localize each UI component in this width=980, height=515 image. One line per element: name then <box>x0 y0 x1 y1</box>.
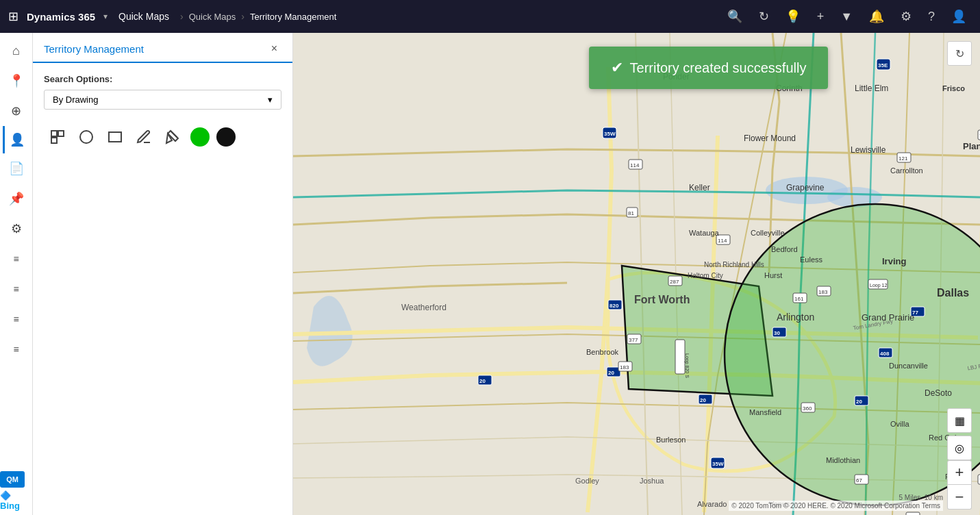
qm-badge: QM <box>0 471 25 488</box>
map-layer-button[interactable]: ▦ <box>947 408 972 433</box>
bing-logo: 🔷 Bing <box>0 490 32 511</box>
svg-text:Plano: Plano <box>963 141 980 151</box>
svg-text:Haltom City: Haltom City <box>688 272 723 279</box>
circle-draw-tool[interactable] <box>75 126 97 148</box>
color-green-picker[interactable] <box>190 127 210 147</box>
brand-name: Dynamics 365 <box>27 11 95 23</box>
svg-text:81: 81 <box>628 210 634 216</box>
toast-check-icon: ✔ <box>611 59 623 77</box>
svg-text:30: 30 <box>774 330 780 336</box>
svg-rect-4 <box>109 132 121 142</box>
svg-text:114: 114 <box>630 162 640 168</box>
svg-text:377: 377 <box>629 337 638 343</box>
svg-text:183: 183 <box>620 364 629 370</box>
rectangle-draw-tool[interactable] <box>104 126 126 148</box>
svg-rect-50 <box>675 340 685 374</box>
svg-text:Godley: Godley <box>575 477 599 485</box>
svg-text:Benbrook: Benbrook <box>586 348 619 356</box>
sidebar-stack1[interactable]: ≡ <box>3 245 30 273</box>
svg-text:Dallas: Dallas <box>937 287 969 299</box>
sidebar-pin[interactable]: 📌 <box>3 185 30 212</box>
svg-text:Grand Prairie: Grand Prairie <box>862 312 914 323</box>
svg-text:Grapevine: Grapevine <box>786 183 825 192</box>
map-attribution: © 2020 TomTom © 2020 HERE. © 2020 Micros… <box>729 501 943 511</box>
map-refresh-button[interactable]: ↻ <box>947 41 972 66</box>
svg-text:121: 121 <box>899 155 908 162</box>
svg-text:Joshua: Joshua <box>640 477 664 485</box>
svg-text:35W: 35W <box>604 131 616 137</box>
panel-body: Search Options: By Drawing ▾ <box>33 63 292 164</box>
svg-text:DeSoto: DeSoto <box>925 388 952 398</box>
bell-icon[interactable]: 🔔 <box>864 6 890 27</box>
svg-text:North Richland Hills: North Richland Hills <box>704 261 764 268</box>
panel-title: Territory Management <box>44 43 144 55</box>
svg-text:Watauga: Watauga <box>689 229 720 237</box>
pen-draw-tool[interactable] <box>133 126 155 148</box>
svg-text:287: 287 <box>670 279 679 285</box>
svg-text:Irving: Irving <box>882 256 906 266</box>
svg-text:Little Elm: Little Elm <box>855 84 888 93</box>
svg-text:Euless: Euless <box>800 255 823 264</box>
highlighter-draw-tool[interactable] <box>162 126 184 148</box>
svg-text:Fort Worth: Fort Worth <box>634 294 690 305</box>
circle-arrow-icon[interactable]: ↻ <box>753 6 775 27</box>
sidebar-home[interactable]: ⌂ <box>3 37 30 64</box>
search-options-label: Search Options: <box>44 74 281 84</box>
breadcrumb-quickmaps[interactable]: Quick Maps <box>189 12 236 22</box>
map-svg: 35W 35E 114 121 75 81 635 183 161 Loop 1… <box>293 33 980 515</box>
svg-text:Carrollton: Carrollton <box>890 166 923 175</box>
plus-icon[interactable]: + <box>812 7 830 27</box>
search-icon[interactable]: 🔍 <box>722 6 748 27</box>
svg-text:183: 183 <box>818 289 828 295</box>
search-type-dropdown[interactable]: By Drawing ▾ <box>44 90 281 110</box>
panel-close-button[interactable]: × <box>267 41 281 56</box>
svg-text:35W: 35W <box>712 461 724 467</box>
dropdown-value: By Drawing <box>53 95 98 105</box>
svg-rect-0 <box>51 131 57 136</box>
svg-point-3 <box>80 131 92 143</box>
map-locate-button[interactable]: ◎ <box>947 436 972 460</box>
sidebar-stack3[interactable]: ≡ <box>3 305 30 333</box>
brand-chevron[interactable]: ▾ <box>103 12 108 21</box>
sidebar-stack4[interactable]: ≡ <box>3 336 30 363</box>
color-black-picker[interactable] <box>216 127 236 147</box>
svg-text:Loop 820 S: Loop 820 S <box>684 353 690 378</box>
filter-icon[interactable]: ▼ <box>835 7 858 27</box>
svg-text:67: 67 <box>856 477 862 483</box>
svg-text:Flower Mound: Flower Mound <box>744 134 796 143</box>
grid-icon[interactable]: ⊞ <box>8 9 18 24</box>
territory-panel: Territory Management × Search Options: B… <box>33 33 293 515</box>
success-toast: ✔ Territory created successfully <box>589 47 829 89</box>
svg-text:408: 408 <box>880 351 890 357</box>
breadcrumb-separator: › <box>180 11 184 22</box>
person-icon[interactable]: 👤 <box>946 6 972 27</box>
gear-icon[interactable]: ⚙ <box>895 6 917 27</box>
sidebar-document[interactable]: 📄 <box>3 155 30 182</box>
svg-text:Mansfield: Mansfield <box>749 408 781 416</box>
svg-text:20: 20 <box>608 370 614 376</box>
question-icon[interactable]: ? <box>922 7 940 27</box>
sidebar-stack2[interactable]: ≡ <box>3 275 30 303</box>
sidebar-territory-active[interactable]: 👤 <box>3 126 30 153</box>
svg-text:Bedford: Bedford <box>771 245 798 253</box>
sidebar-layers[interactable]: ⊕ <box>3 97 30 125</box>
map-zoom-out-button[interactable]: − <box>947 485 972 510</box>
sidebar-settings[interactable]: ⚙ <box>3 215 30 242</box>
svg-rect-2 <box>51 138 57 143</box>
svg-text:Weatherford: Weatherford <box>401 303 447 312</box>
select-tool[interactable] <box>47 126 68 148</box>
svg-text:20: 20 <box>700 397 706 403</box>
map-area[interactable]: 35W 35E 114 121 75 81 635 183 161 Loop 1… <box>293 33 980 515</box>
svg-text:Keller: Keller <box>689 183 710 192</box>
svg-text:820: 820 <box>610 303 619 309</box>
toast-message: Territory created successfully <box>630 60 807 76</box>
svg-text:Colleyville: Colleyville <box>751 229 785 237</box>
lightbulb-icon[interactable]: 💡 <box>780 6 806 27</box>
map-zoom-in-button[interactable]: + <box>947 460 972 485</box>
svg-text:Duncanville: Duncanville <box>889 362 928 370</box>
left-sidebar: ⌂ 📍 ⊕ 👤 📄 📌 ⚙ ≡ ≡ ≡ ≡ QM 🔷 Bing <box>0 33 33 515</box>
breadcrumb-territory: Territory Management <box>250 12 336 22</box>
svg-text:Alvarado: Alvarado <box>697 500 727 508</box>
sidebar-location[interactable]: 📍 <box>3 67 30 95</box>
svg-text:161: 161 <box>794 296 804 302</box>
